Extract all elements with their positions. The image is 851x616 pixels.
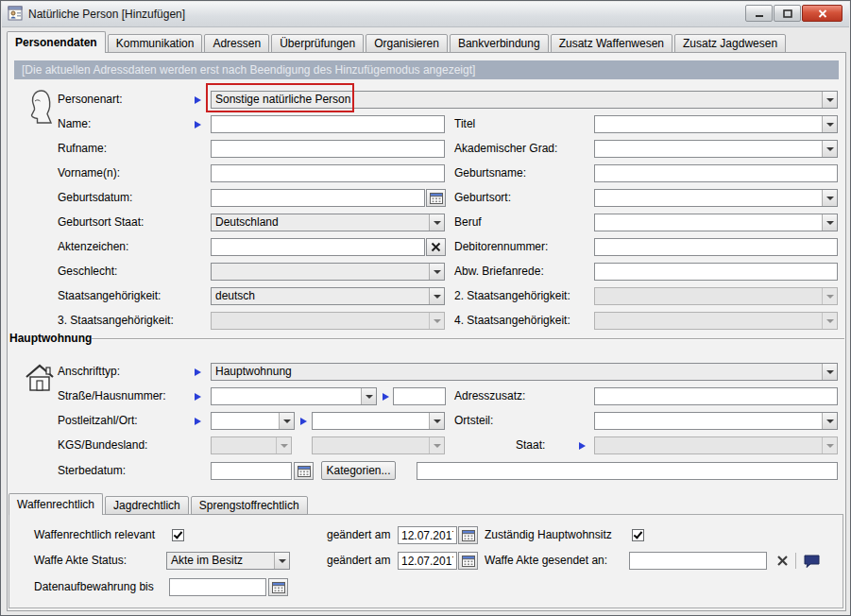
adresszusatz-input[interactable] [594, 387, 838, 405]
tab-bankverbindung[interactable]: Bankverbindung [450, 34, 549, 53]
title-bar[interactable]: Natürliche Person [Hinzufügen] [2, 2, 849, 27]
dropdown-arrow-icon[interactable] [822, 116, 837, 132]
anschrifttyp-value: Hauptwohnung [212, 364, 822, 380]
dropdown-arrow-icon[interactable] [429, 288, 444, 304]
dropdown-arrow-icon[interactable] [361, 388, 376, 404]
waffenrechtlich-relevant-checkbox[interactable] [172, 529, 184, 541]
geburtsort-value [595, 190, 822, 206]
abw-briefanrede-input[interactable] [594, 263, 838, 281]
required-arrow-icon [383, 393, 389, 401]
staatsangehoerigkeit-4-value [595, 313, 822, 329]
label-zustaendig-hauptwohnsitz: Zuständig Hauptwohnsitz [485, 526, 612, 544]
label-kgs-bundesland: KGS/Bundesland: [58, 436, 147, 454]
rufname-input[interactable] [211, 140, 445, 158]
gesendet-an-comment-button[interactable] [801, 552, 822, 570]
required-arrow-icon [195, 418, 201, 425]
dropdown-arrow-icon[interactable] [822, 214, 837, 231]
checkmark-icon [634, 529, 643, 539]
waffe-akte-status-combobox[interactable]: Akte im Besitz [166, 552, 290, 570]
subtab-sprengstoffrechtlich[interactable]: Sprengstoffrechtlich [191, 496, 308, 515]
tab-personendaten[interactable]: Personendaten [7, 31, 106, 53]
dropdown-arrow-icon[interactable] [822, 190, 837, 206]
titel-combobox[interactable] [594, 115, 838, 133]
label-beruf: Beruf [454, 214, 482, 231]
zustaendig-hauptwohnsitz-checkbox[interactable] [632, 529, 644, 541]
datenaufbewahrung-calendar-button[interactable] [268, 578, 288, 596]
geaendert-am-1-calendar-button[interactable] [458, 526, 478, 544]
waffe-akte-status-value: Akte im Besitz [167, 553, 274, 569]
sterbedatum-calendar-button[interactable] [294, 462, 314, 480]
vorname-input[interactable] [211, 164, 445, 182]
geburtsort-combobox[interactable] [594, 189, 838, 207]
geburtsname-input[interactable] [594, 164, 838, 182]
dropdown-arrow-icon[interactable] [429, 413, 444, 429]
aktenzeichen-clear-button[interactable] [426, 238, 446, 256]
label-vorname: Vorname(n): [58, 164, 120, 182]
dropdown-arrow-icon[interactable] [822, 364, 837, 380]
dropdown-arrow-icon[interactable] [279, 413, 294, 429]
akademischer-grad-combobox[interactable] [594, 140, 838, 158]
tab-ueberpruefungen[interactable]: Überprüfungen [271, 34, 364, 53]
personenart-value: Sonstige natürliche Person [212, 92, 822, 108]
waffe-akte-gesendet-an-input[interactable] [629, 552, 767, 570]
datenaufbewahrung-input[interactable] [169, 578, 266, 596]
maximize-button[interactable] [774, 5, 801, 22]
aktenzeichen-input[interactable] [211, 238, 425, 256]
dropdown-arrow-icon[interactable] [822, 92, 837, 108]
ort-combobox[interactable] [312, 412, 445, 430]
staatsangehoerigkeit-combobox[interactable]: deutsch [211, 287, 445, 305]
label-staatsangehoerigkeit: Staatsangehörigkeit: [58, 287, 161, 305]
geaendert-am-1-input[interactable] [398, 526, 457, 544]
ortsteil-combobox[interactable] [594, 412, 838, 430]
label-rufname: Rufname: [58, 140, 107, 158]
gesendet-an-clear-button[interactable] [772, 552, 792, 570]
dropdown-arrow-icon [276, 437, 291, 453]
dropdown-arrow-icon[interactable] [429, 264, 444, 280]
geburtsdatum-input[interactable] [211, 189, 425, 207]
app-window: Natürliche Person [Hinzufügen] Personend… [0, 0, 851, 616]
staatsangehoerigkeit-3-combobox [211, 312, 445, 330]
label-postleitzahl-ort: Postleitzahl/Ort: [58, 412, 138, 430]
anschrifttyp-combobox[interactable]: Hauptwohnung [211, 363, 838, 381]
geaendert-am-2-input[interactable] [398, 552, 457, 570]
minimize-button[interactable] [745, 5, 773, 22]
label-anschrifttyp: Anschrifttyp: [58, 363, 120, 381]
geburtsdatum-calendar-button[interactable] [426, 189, 446, 207]
subtab-waffenrechtlich[interactable]: Waffenrechtlich [9, 493, 103, 515]
staatsangehoerigkeit-value: deutsch [212, 288, 429, 304]
label-adresszusatz: Adresszusatz: [454, 387, 525, 405]
tab-kommunikation[interactable]: Kommunikation [108, 34, 203, 53]
geschlecht-value [212, 264, 429, 280]
beruf-combobox[interactable] [594, 214, 838, 231]
sterbedatum-input[interactable] [211, 462, 292, 480]
kategorien-button[interactable]: Kategorien... [321, 461, 396, 480]
subtab-jagdrechtlich[interactable]: Jagdrechtlich [105, 496, 189, 515]
personenart-combobox[interactable]: Sonstige natürliche Person [211, 91, 838, 109]
close-icon [818, 9, 827, 18]
strasse-combobox[interactable] [211, 387, 377, 405]
hausnummer-input[interactable] [393, 387, 446, 405]
postleitzahl-combobox[interactable] [211, 412, 295, 430]
tab-zusatz-jagdwesen[interactable]: Zusatz Jagdwesen [674, 34, 786, 53]
tab-adressen[interactable]: Adressen [204, 34, 269, 53]
dropdown-arrow-icon[interactable] [822, 141, 837, 157]
debitorennummer-input[interactable] [594, 238, 838, 256]
dropdown-arrow-icon[interactable] [429, 214, 444, 231]
geburtsort-staat-combobox[interactable]: Deutschland [211, 214, 445, 231]
postleitzahl-value [212, 413, 279, 429]
dropdown-arrow-icon [822, 313, 837, 329]
window-controls [744, 5, 842, 22]
label-geburtsort-staat: Geburtsort Staat: [58, 214, 144, 231]
close-button[interactable] [802, 5, 842, 22]
geburtsort-staat-value: Deutschland [212, 214, 429, 231]
dropdown-arrow-icon[interactable] [274, 553, 289, 569]
geaendert-am-2-calendar-button[interactable] [458, 552, 478, 570]
tab-zusatz-waffenwesen[interactable]: Zusatz Waffenwesen [551, 34, 672, 53]
tab-organisieren[interactable]: Organisieren [366, 34, 448, 53]
label-strasse-hausnummer: Straße/Hausnummer: [58, 387, 166, 405]
geschlecht-combobox[interactable] [211, 263, 445, 281]
name-input[interactable] [211, 115, 445, 133]
kategorien-input[interactable] [417, 462, 838, 480]
bundesland-combobox [312, 436, 445, 454]
dropdown-arrow-icon[interactable] [822, 413, 837, 429]
